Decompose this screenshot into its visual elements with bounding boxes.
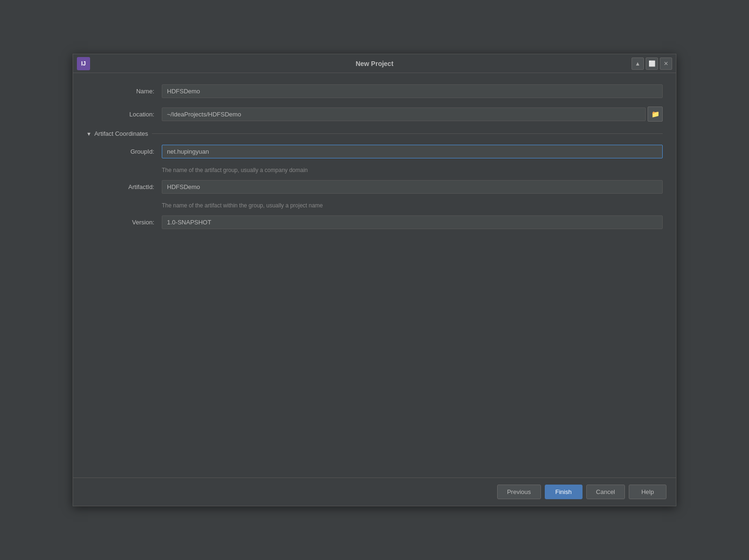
- artifact-coordinates-section-header: ▼ Artifact Coordinates: [86, 130, 663, 137]
- footer: Previous Finish Cancel Help: [73, 478, 676, 506]
- previous-button[interactable]: Previous: [497, 485, 541, 499]
- app-icon: IJ: [77, 57, 90, 70]
- section-divider: [152, 133, 663, 134]
- cancel-button[interactable]: Cancel: [586, 485, 625, 499]
- location-label: Location:: [86, 111, 162, 118]
- artifactid-row: ArtifactId:: [86, 180, 663, 194]
- help-button[interactable]: Help: [629, 485, 666, 499]
- groupid-input[interactable]: [162, 145, 663, 158]
- artifactid-hint: The name of the artifact within the grou…: [162, 202, 663, 209]
- form-content: Name: Location: 📁 ▼ Artifact Coordinates…: [73, 73, 676, 478]
- location-input[interactable]: [162, 107, 646, 121]
- maximize-button[interactable]: ⬜: [646, 58, 658, 70]
- folder-icon: 📁: [651, 110, 659, 118]
- name-input[interactable]: [162, 84, 663, 98]
- minimize-button[interactable]: ▲: [632, 58, 644, 70]
- location-row: Location: 📁: [86, 107, 663, 122]
- section-collapse-toggle[interactable]: ▼: [86, 131, 92, 137]
- artifact-coordinates-content: GroupId: The name of the artifact group,…: [86, 145, 663, 229]
- version-label: Version:: [86, 219, 162, 226]
- groupid-label: GroupId:: [86, 148, 162, 155]
- window-controls: ▲ ⬜ ✕: [632, 58, 672, 70]
- close-button[interactable]: ✕: [660, 58, 672, 70]
- window-title: New Project: [356, 60, 393, 67]
- location-wrapper: 📁: [162, 107, 663, 122]
- groupid-hint: The name of the artifact group, usually …: [162, 167, 663, 173]
- browse-folder-button[interactable]: 📁: [648, 107, 663, 122]
- artifactid-input[interactable]: [162, 180, 663, 194]
- version-input[interactable]: [162, 215, 663, 229]
- finish-button[interactable]: Finish: [545, 485, 583, 499]
- section-title: Artifact Coordinates: [94, 130, 148, 137]
- name-label: Name:: [86, 88, 162, 95]
- name-row: Name:: [86, 84, 663, 98]
- groupid-row: GroupId:: [86, 145, 663, 158]
- artifactid-label: ArtifactId:: [86, 183, 162, 190]
- version-row: Version:: [86, 215, 663, 229]
- title-bar: IJ New Project ▲ ⬜ ✕: [73, 54, 676, 73]
- new-project-window: IJ New Project ▲ ⬜ ✕ Name: Location:: [73, 54, 676, 506]
